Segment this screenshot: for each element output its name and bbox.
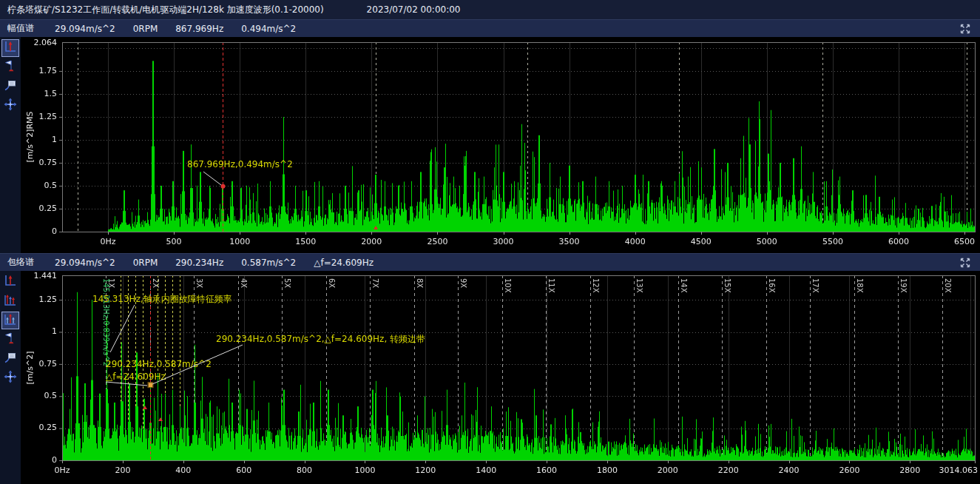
chart-type-label: 包络谱 [7, 256, 34, 269]
tool-harmonic-cursor-button[interactable] [1, 292, 19, 310]
pan-icon [3, 97, 18, 115]
tool-single-cursor-button[interactable] [1, 39, 19, 57]
tool-callout-button[interactable] [1, 350, 19, 368]
delta-f-value: △f=24.609Hz [314, 258, 374, 268]
tool-flag-button[interactable] [1, 58, 19, 76]
chart-toolbar [0, 37, 21, 253]
envelope-spectrum-header: 包络谱 29.094m/s^2 0RPM 290.234Hz 0.587m/s^… [0, 253, 980, 271]
cursor-amplitude-value: 0.587m/s^2 [241, 258, 296, 268]
overall-value: 29.094m/s^2 [55, 258, 115, 268]
expand-icon[interactable] [958, 255, 973, 270]
tool-callout-button[interactable] [1, 78, 19, 95]
chart-type-label: 幅值谱 [7, 22, 34, 35]
amplitude-spectrum-section: 幅值谱 29.094m/s^2 0RPM 867.969Hz 0.494m/s^… [0, 19, 980, 253]
sideband-cursor-icon [3, 312, 18, 329]
callout-icon [3, 350, 18, 368]
cursor-frequency-value: 290.234Hz [175, 258, 223, 268]
window-title-bar: 柠条塔煤矿/S1232工作面/转载机/电机驱动端2H/128k 加速度波形(0.… [0, 0, 980, 19]
expand-icon[interactable] [958, 21, 973, 36]
chart-toolbar [0, 271, 21, 484]
pan-icon [3, 369, 18, 387]
tool-pan-button[interactable] [1, 369, 19, 387]
cursor-amplitude-value: 0.494m/s^2 [241, 24, 296, 34]
breadcrumb-title: 柠条塔煤矿/S1232工作面/转载机/电机驱动端2H/128k 加速度波形(0.… [7, 4, 324, 16]
amplitude-spectrum-plot[interactable] [21, 37, 980, 253]
tool-single-cursor-button[interactable] [1, 273, 19, 291]
callout-icon [3, 78, 18, 95]
timestamp: 2023/07/02 00:00:00 [367, 4, 461, 15]
cursor-frequency-value: 867.969Hz [175, 24, 223, 34]
harmonic-cursor-icon [3, 292, 18, 310]
envelope-spectrum-section: 包络谱 29.094m/s^2 0RPM 290.234Hz 0.587m/s^… [0, 253, 980, 484]
rpm-value: 0RPM [133, 258, 158, 268]
envelope-spectrum-plot[interactable] [21, 271, 980, 484]
tool-pan-button[interactable] [1, 97, 19, 115]
rpm-value: 0RPM [133, 24, 158, 34]
flag-icon [3, 58, 18, 76]
single-cursor-icon [3, 39, 18, 57]
overall-value: 29.094m/s^2 [55, 24, 115, 34]
amplitude-spectrum-header: 幅值谱 29.094m/s^2 0RPM 867.969Hz 0.494m/s^… [0, 19, 980, 37]
flag-icon [3, 331, 18, 349]
single-cursor-icon [3, 273, 18, 291]
tool-flag-button[interactable] [1, 331, 19, 349]
tool-sideband-cursor-button[interactable] [1, 312, 19, 329]
